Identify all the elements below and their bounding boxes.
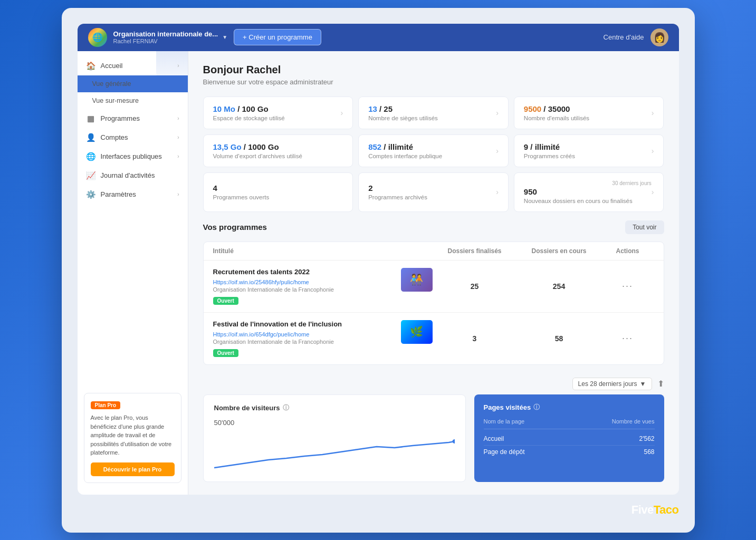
interfaces-icon: 🌐 <box>86 152 95 161</box>
sidebar-item-vue-generale[interactable]: Vue générale <box>78 75 188 92</box>
stat-label-storage: Espace de stockage utilisé <box>213 115 341 121</box>
chevron-icon: › <box>177 63 179 69</box>
prog-image-2: 🌿 <box>401 320 433 344</box>
stat-card-programmes-ouverts[interactable]: 4 Programmes ouverts <box>203 172 353 212</box>
sidebar-item-vue-sur-mesure[interactable]: Vue sur-mesure <box>78 92 188 109</box>
comptes-chevron-icon: › <box>177 134 179 140</box>
analytics-bar: Les 28 derniers jours ▼ ⬆ <box>203 373 664 394</box>
prog-title-1: Recrutement des talents 2022 <box>213 268 396 276</box>
sidebar-item-journal-label: Journal d'activités <box>101 171 155 179</box>
prog-link-2[interactable]: Https://oif.win.io/654dfgc/pueIic/home <box>213 331 310 338</box>
svg-point-0 <box>452 439 455 443</box>
content-area: Bonjour Rachel Bienvenue sur votre espac… <box>188 51 679 495</box>
sidebar-item-parametres[interactable]: ⚙️ Paramètres › <box>78 185 188 204</box>
stat-card-emails[interactable]: 9500 / 35000 Nombre d'emails utilisés › <box>514 97 664 129</box>
table-header: Intitulé Dossiers finalisés Dossiers en … <box>204 242 664 261</box>
date-selector[interactable]: Les 28 derniers jours ▼ <box>572 378 652 390</box>
stat-card-programmes-crees[interactable]: 9 / illimité Programmes créés › <box>514 134 664 167</box>
fivetaco-logo: FiveTaco <box>78 495 679 517</box>
stat-card-comptes[interactable]: 852 / illimité Comptes interface publiqu… <box>358 134 509 167</box>
stat-value-comptes: 852 / illimité <box>368 142 496 151</box>
table-row: Festival de l'innovation et de l'inclusi… <box>204 313 664 364</box>
visitors-card: Nombre de visiteurs ⓘ 50'000 <box>203 394 466 482</box>
pages-row-views-2: 568 <box>644 448 654 456</box>
stat-chevron-dossiers: › <box>652 188 654 196</box>
prog-actions-2[interactable]: ··· <box>601 333 654 344</box>
comptes-icon: 👤 <box>86 133 95 142</box>
col-header-actions: Actions <box>601 247 654 255</box>
table-row: Recrutement des talents 2022 Https://oif… <box>204 261 664 313</box>
prog-en-cours-2: 58 <box>517 334 601 343</box>
programmes-section-title: Vos programmes <box>203 223 267 232</box>
prog-org-1: Organisation Internationale de la Franco… <box>213 286 396 293</box>
avatar[interactable]: 👩 <box>650 28 668 46</box>
sidebar-item-accueil[interactable]: 🏠 Accueil › <box>78 56 188 75</box>
sidebar-item-programmes[interactable]: ▦ Programmes › <box>78 109 188 128</box>
stat-label-prog-ouverts: Programmes ouverts <box>213 194 343 200</box>
journal-icon: 📈 <box>86 171 95 180</box>
analytics-section: Nombre de visiteurs ⓘ 50'000 <box>203 394 664 482</box>
stat-value-prog-archives: 2 <box>368 184 496 192</box>
org-selector[interactable]: Organisation internationale de... Rachel… <box>113 30 228 44</box>
stat-card-programmes-archives[interactable]: 2 Programmes archivés › <box>358 172 509 212</box>
page-title: Bonjour Rachel <box>203 64 664 76</box>
tout-voir-button[interactable]: Tout voir <box>625 220 664 234</box>
prog-finalises-1: 25 <box>433 282 517 291</box>
org-name: Organisation internationale de... <box>113 30 218 38</box>
visitors-info-icon: ⓘ <box>283 403 289 412</box>
pages-col-name: Nom de la page <box>484 418 612 425</box>
promo-text: Avec le plan Pro, vous bénéficiez d'une … <box>91 413 175 457</box>
prog-image-1: 🧑‍🤝‍🧑 <box>401 268 433 292</box>
prog-org-2: Organisation Internationale de la Franco… <box>213 339 396 345</box>
stats-grid: 10 Mo / 100 Go Espace de stockage utilis… <box>203 97 664 212</box>
promo-card: Plan Pro Avec le plan Pro, vous bénéfici… <box>84 393 181 483</box>
visitors-value: 50'000 <box>214 419 455 427</box>
stat-chevron-comptes: › <box>496 147 499 155</box>
stat-label-comptes: Comptes interface publique <box>368 153 496 159</box>
pages-row: Page de dépôt 568 <box>484 446 655 458</box>
visitors-chart <box>214 431 455 473</box>
col-header-en-cours: Dossiers en cours <box>517 247 601 255</box>
sidebar-item-interfaces-label: Interfaces publiques <box>101 152 162 160</box>
prog-link-1[interactable]: Https://oif.win.io/25486hfy/pulic/home <box>213 279 309 285</box>
stat-chevron-sieges: › <box>496 109 499 117</box>
col-header-finalises: Dossiers finalisés <box>433 247 517 255</box>
app-window: 🌐 Organisation internationale de... Rach… <box>78 24 679 495</box>
sidebar-item-accueil-label: Accueil <box>101 62 123 70</box>
create-programme-button[interactable]: + Créer un programme <box>234 29 321 45</box>
export-icon[interactable]: ⬆ <box>657 379 664 389</box>
sidebar-item-interfaces-publiques[interactable]: 🌐 Interfaces publiques › <box>78 147 188 166</box>
pages-row-views-1: 2'562 <box>639 435 655 442</box>
prog-en-cours-1: 254 <box>517 282 601 291</box>
stat-label-export: Volume d'export d'archives utilisé <box>213 153 343 159</box>
stat-chevron-storage: › <box>340 109 343 117</box>
sidebar-item-comptes[interactable]: 👤 Comptes › <box>78 128 188 147</box>
main-layout: 🏠 Accueil › Vue générale Vue sur-mesure … <box>78 51 679 495</box>
stat-card-export[interactable]: 13,5 Go / 1000 Go Volume d'export d'arch… <box>203 134 353 167</box>
stat-card-dossiers[interactable]: 30 derniers jours 950 Nouveaux dossiers … <box>514 172 664 212</box>
promo-button[interactable]: Découvrir le plan Pro <box>91 462 175 476</box>
stat-card-storage[interactable]: 10 Mo / 100 Go Espace de stockage utilis… <box>203 97 353 129</box>
stat-label-dossiers: Nouveaux dossiers en cours ou finalisés <box>524 198 652 204</box>
stat-card-sieges[interactable]: 13 / 25 Nombre de sièges utilisés › <box>358 97 509 129</box>
prog-title-2: Festival de l'innovation et de l'inclusi… <box>213 320 396 328</box>
interfaces-chevron-icon: › <box>177 153 179 159</box>
programmes-section-header: Vos programmes Tout voir <box>203 220 664 234</box>
org-info: Organisation internationale de... Rachel… <box>113 30 218 44</box>
stat-value-prog-ouverts: 4 <box>213 184 343 192</box>
stat-value-storage: 10 Mo / 100 Go <box>213 104 341 113</box>
sidebar-item-vue-sur-mesure-label: Vue sur-mesure <box>92 97 139 104</box>
sidebar-item-journal[interactable]: 📈 Journal d'activités <box>78 166 188 185</box>
stat-label-prog-archives: Programmes archivés <box>368 194 496 200</box>
status-badge-1: Ouvert <box>213 297 238 305</box>
outer-frame: 🌐 Organisation internationale de... Rach… <box>62 8 695 533</box>
help-link[interactable]: Centre d'aide <box>604 33 644 41</box>
pages-table-header: Nom de la page Nombre de vues <box>484 418 655 429</box>
stat-chevron-prog-archives: › <box>496 188 499 196</box>
prog-finalises-2: 3 <box>433 334 517 343</box>
org-user: Rachel FERNIAV <box>113 38 218 44</box>
stat-value-emails: 9500 / 35000 <box>524 104 652 113</box>
sidebar-item-programmes-label: Programmes <box>101 114 140 122</box>
status-badge-2: Ouvert <box>213 349 238 357</box>
prog-actions-1[interactable]: ··· <box>601 281 654 292</box>
